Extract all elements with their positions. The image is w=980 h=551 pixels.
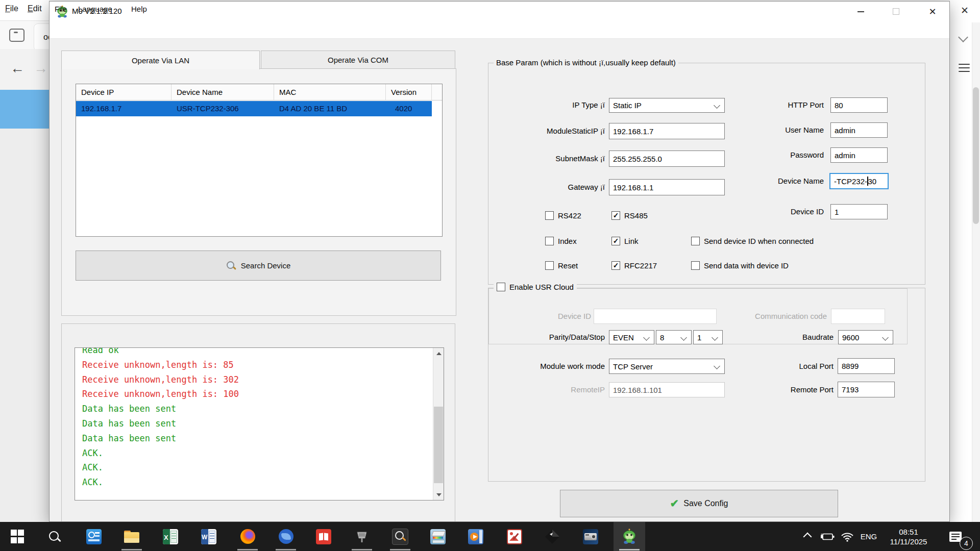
remote-port-input[interactable]: 7193 — [838, 382, 895, 397]
http-port-input[interactable]: 80 — [830, 97, 888, 113]
back-arrow-icon[interactable]: ← — [10, 60, 24, 77]
user-name-input[interactable]: admin — [830, 122, 888, 138]
firefox-icon — [240, 529, 255, 544]
enable-usr-cloud-checkbox[interactable] — [497, 283, 505, 291]
taskbar-icon-word[interactable]: W — [193, 522, 225, 551]
forward-arrow-icon[interactable]: → — [34, 60, 48, 77]
taskbar-search-button[interactable] — [39, 522, 70, 551]
menu-language[interactable]: Language — [78, 5, 112, 13]
taskbar-icon-serial-port[interactable] — [346, 522, 378, 551]
tray-show-hidden-icons[interactable] — [797, 522, 818, 551]
tray-network[interactable] — [837, 522, 857, 551]
background-scrollbar-thumb[interactable] — [973, 87, 979, 224]
background-menu-file[interactable]: FFileile — [5, 4, 18, 13]
work-mode-select[interactable]: TCP Server — [609, 359, 725, 374]
taskbar-icon-thunderbird[interactable] — [270, 522, 302, 551]
data-bits-select[interactable]: 8 — [656, 330, 692, 344]
archive-box-icon[interactable] — [9, 29, 24, 42]
module-static-ip-input[interactable]: 192.168.1.7 — [609, 123, 725, 139]
maximize-button[interactable] — [885, 2, 907, 21]
taskbar-icon-image-editor[interactable] — [499, 522, 530, 551]
checkbox-unchecked-icon[interactable] — [691, 237, 700, 245]
device-id-input[interactable]: 1 — [830, 204, 888, 219]
tray-battery[interactable] — [817, 522, 838, 551]
start-button[interactable] — [2, 522, 33, 551]
communication-code-input[interactable] — [831, 309, 885, 324]
column-header-version[interactable]: Version — [386, 84, 432, 101]
column-header-device-name[interactable]: Device Name — [172, 84, 274, 101]
taskbar-icon-media-player[interactable] — [460, 522, 492, 551]
tray-clock[interactable]: 08:51 11/11/2025 — [881, 522, 936, 551]
parity-select[interactable]: EVEN — [609, 330, 654, 344]
device-name-input[interactable]: -TCP232-30 — [829, 173, 889, 189]
checkbox-send-data-with-device-id[interactable]: Send data with device ID — [691, 260, 789, 271]
checkbox-reset[interactable]: Reset — [545, 260, 578, 271]
checkbox-rfc2217[interactable]: ✓RFC2217 — [611, 260, 657, 271]
subnet-mask-input[interactable]: 255.255.255.0 — [609, 151, 725, 167]
checkbox-unchecked-icon[interactable] — [545, 261, 554, 270]
stop-bits-select[interactable]: 1 — [693, 330, 723, 344]
save-config-button[interactable]: ✔ Save Config — [560, 490, 838, 517]
title-bar[interactable] — [50, 2, 949, 22]
tray-language[interactable]: ENG — [857, 522, 880, 551]
taskbar-icon-app-magnifier[interactable] — [384, 522, 416, 551]
dark-magnifier-icon — [392, 529, 408, 545]
log-scrollbar[interactable] — [433, 348, 444, 500]
taskbar-icon-control-panel[interactable] — [78, 522, 110, 551]
minimize-button[interactable] — [849, 2, 872, 21]
background-menu-edit[interactable]: Edit — [28, 4, 42, 13]
taskbar-icon-reader[interactable] — [308, 522, 339, 551]
search-device-button[interactable]: Search Device — [76, 251, 441, 281]
ip-type-select[interactable]: Static IP — [609, 98, 725, 113]
taskbar-icon-firefox[interactable] — [232, 522, 263, 551]
tab-operate-via-lan[interactable]: Operate Via LAN — [61, 51, 260, 69]
communication-code-label: Communication code — [725, 309, 827, 324]
log-area[interactable]: Read okReceive unknown,length is: 85Rece… — [75, 347, 444, 500]
checkbox-send-device-id-when-connected[interactable]: Send device ID when connected — [691, 235, 814, 246]
menu-file[interactable]: File — [55, 5, 67, 13]
checkbox-unchecked-icon[interactable] — [545, 237, 554, 245]
local-port-input[interactable]: 8899 — [838, 358, 895, 374]
hamburger-menu-icon[interactable] — [959, 63, 970, 72]
cloud-device-id-input[interactable] — [594, 309, 717, 324]
m0-config-window: M0 V2.1.2.120 ✕ File Language Help Opera… — [49, 1, 950, 522]
taskbar-icon-camera[interactable] — [575, 522, 606, 551]
log-scrollbar-thumb[interactable] — [434, 407, 443, 483]
remote-ip-input[interactable]: 192.168.1.101 — [609, 382, 725, 397]
taskbar-icon-inkscape[interactable] — [536, 522, 568, 551]
tab-operate-via-com[interactable]: Operate Via COM — [261, 51, 455, 69]
camera-icon — [583, 529, 598, 544]
ip-type-value: Static IP — [613, 101, 642, 110]
clock-date: 11/11/2025 — [890, 537, 927, 546]
checkbox-rs485[interactable]: ✓RS485 — [611, 210, 648, 221]
checkbox-checked-icon[interactable]: ✓ — [611, 211, 620, 220]
gateway-input[interactable]: 192.168.1.1 — [609, 179, 725, 195]
taskbar: X W — [0, 522, 980, 551]
background-close-icon[interactable]: ✕ — [958, 3, 972, 17]
baudrate-select[interactable]: 9600 — [838, 330, 893, 344]
checkbox-checked-icon[interactable]: ✓ — [611, 261, 620, 270]
checkbox-unchecked-icon[interactable] — [691, 261, 700, 270]
checkbox-unchecked-icon[interactable] — [545, 211, 554, 220]
password-value: admin — [835, 151, 855, 160]
scroll-up-arrow[interactable] — [433, 348, 444, 359]
checkbox-rs422[interactable]: RS422 — [545, 210, 581, 221]
checkbox-index[interactable]: Index — [545, 235, 577, 246]
taskbar-icon-file-explorer[interactable] — [116, 522, 148, 551]
notification-badge[interactable]: 4 — [960, 537, 973, 550]
taskbar-icon-scanner[interactable] — [422, 522, 454, 551]
password-input[interactable]: admin — [830, 147, 888, 163]
taskbar-icon-excel[interactable]: X — [155, 522, 186, 551]
column-header-device-ip[interactable]: Device IP — [76, 84, 172, 101]
save-config-label: Save Config — [683, 499, 728, 508]
scroll-down-arrow[interactable] — [433, 489, 444, 500]
table-row-selected[interactable]: 192.168.1.7 USR-TCP232-306 D4 AD 20 BE 1… — [76, 101, 432, 116]
taskbar-icon-m0-config[interactable] — [614, 522, 645, 551]
menu-help[interactable]: Help — [131, 5, 147, 13]
column-header-mac[interactable]: MAC — [274, 84, 386, 101]
checkbox-checked-icon[interactable]: ✓ — [611, 237, 620, 245]
checkbox-link[interactable]: ✓Link — [611, 235, 639, 246]
baudrate-label: Baudrate — [731, 330, 834, 345]
close-button[interactable]: ✕ — [921, 2, 944, 21]
log-line: Read ok — [82, 347, 419, 358]
